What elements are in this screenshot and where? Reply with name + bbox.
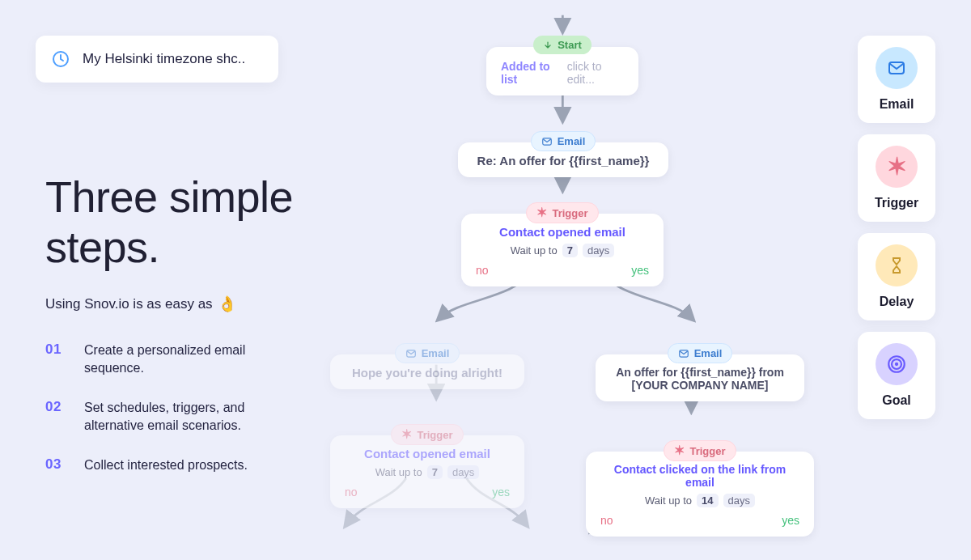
trigger-badge: ✶Trigger: [526, 202, 598, 223]
tool-trigger[interactable]: ✶ Trigger: [858, 134, 935, 222]
branch-no: no: [476, 264, 489, 277]
step-number: 01: [45, 342, 68, 378]
email-subject: An offer for {{first_name}} from [YOUR C…: [607, 366, 793, 392]
trigger-wait: Wait up to 14 days: [645, 494, 755, 507]
email-badge: Email: [668, 343, 733, 363]
tool-label: Goal: [882, 393, 911, 408]
branch-yes: yes: [782, 514, 799, 527]
start-badge: Start: [533, 36, 592, 54]
trigger-badge: ✶Trigger: [664, 440, 736, 461]
trigger-title: Contact clicked on the link from email: [600, 463, 799, 489]
tool-label: Trigger: [875, 196, 918, 210]
element-toolbar: Email ✶ Trigger Delay Goal: [858, 36, 935, 419]
page-title: Three simple steps.: [45, 172, 320, 272]
tool-goal[interactable]: Goal: [858, 332, 935, 419]
trigger-wait: Wait up to 7 days: [375, 465, 480, 479]
step-text: Create a personalized email sequence.: [84, 342, 296, 378]
start-edit-hint[interactable]: click to edit...: [567, 60, 624, 86]
node-email[interactable]: Email Re: An offer for {{first_name}}: [458, 142, 668, 177]
tool-delay[interactable]: Delay: [858, 233, 935, 320]
step-text: Set schedules, triggers, and alternative…: [84, 399, 296, 435]
tool-label: Email: [880, 97, 914, 112]
node-email[interactable]: Email Hope you're doing alright!: [330, 354, 524, 389]
step-text: Collect interested prospects.: [84, 456, 248, 474]
tool-email[interactable]: Email: [858, 36, 935, 123]
tool-label: Delay: [880, 295, 914, 309]
step-item: 01 Create a personalized email sequence.: [45, 342, 296, 378]
step-item: 03 Collect interested prospects.: [45, 456, 296, 474]
trigger-icon: ✶: [876, 146, 918, 188]
ok-hand-emoji: 👌: [218, 295, 237, 313]
node-trigger[interactable]: ✶Trigger Contact opened email Wait up to…: [330, 435, 524, 508]
trigger-badge: ✶Trigger: [391, 424, 463, 445]
timezone-pill[interactable]: My Helsinki timezone shc..: [36, 36, 278, 83]
email-subject: Re: An offer for {{first_name}}: [477, 154, 650, 168]
branch-yes: yes: [631, 264, 649, 277]
delay-icon: [876, 244, 918, 286]
branch-no: no: [600, 514, 613, 527]
node-trigger[interactable]: ✶Trigger Contact clicked on the link fro…: [586, 452, 814, 537]
branch-no: no: [345, 486, 358, 498]
email-subject: Hope you're doing alright!: [352, 366, 502, 380]
flowchart: Start Added to list click to edit... Ema…: [291, 0, 842, 560]
steps-list: 01 Create a personalized email sequence.…: [45, 342, 296, 495]
goal-icon: [876, 343, 918, 385]
step-item: 02 Set schedules, triggers, and alternat…: [45, 399, 296, 435]
step-number: 03: [45, 456, 68, 474]
subtitle: Using Snov.io is as easy as 👌: [45, 295, 237, 313]
node-email[interactable]: Email An offer for {{first_name}} from […: [596, 354, 804, 401]
clock-icon: [50, 49, 71, 70]
node-start[interactable]: Start Added to list click to edit...: [486, 47, 638, 95]
trigger-wait: Wait up to 7 days: [511, 244, 615, 257]
step-number: 02: [45, 399, 68, 435]
start-condition: Added to list: [501, 60, 561, 86]
email-badge: Email: [395, 343, 460, 363]
email-badge: Email: [531, 131, 596, 151]
trigger-title: Contact opened email: [499, 225, 625, 239]
timezone-text: My Helsinki timezone shc..: [83, 51, 245, 67]
branch-yes: yes: [492, 486, 510, 498]
email-icon: [876, 47, 918, 89]
svg-point-4: [895, 363, 898, 366]
node-trigger[interactable]: ✶Trigger Contact opened email Wait up to…: [461, 214, 664, 286]
trigger-title: Contact opened email: [364, 447, 490, 460]
